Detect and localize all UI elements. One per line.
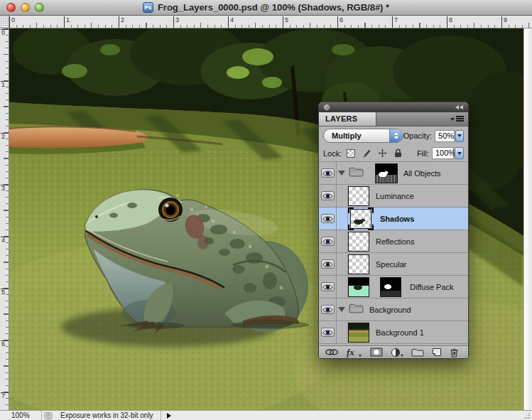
fill-dropdown-button[interactable] (455, 147, 464, 159)
svg-text:fx: fx (347, 348, 354, 357)
layer-row-diffuse-pack[interactable]: Diffuse Pack (319, 276, 468, 298)
lock-all-icon[interactable] (393, 149, 403, 158)
eye-icon (322, 303, 333, 316)
eye-icon (322, 167, 333, 180)
photoshop-window: Ps Frog_Layers_0000.psd @ 100% (Shadows,… (0, 0, 532, 420)
ruler-number: 2 (1, 134, 5, 140)
layer-name: Background (369, 306, 411, 314)
eye-icon (322, 326, 333, 339)
layer-style-fx-icon[interactable]: fx (347, 348, 362, 357)
status-info-icon (42, 411, 55, 420)
ruler-number: 4 (1, 237, 5, 244)
ruler-number: 5 (1, 289, 5, 296)
window-resize-grip[interactable] (523, 411, 531, 419)
layer-name: Reflections (376, 237, 414, 246)
folder-icon (349, 166, 364, 180)
collapse-to-icons-button[interactable] (455, 105, 463, 109)
layer-row-luminance[interactable]: Luminance (319, 185, 468, 208)
layer-name: Shadows (380, 215, 414, 223)
ruler-number: 6 (1, 341, 5, 348)
visibility-toggle[interactable] (321, 259, 335, 269)
horizontal-ruler[interactable]: 0123456789 (9, 16, 532, 28)
visibility-toggle[interactable] (321, 168, 335, 178)
panel-close-dot[interactable] (324, 104, 330, 110)
layer-name: Diffuse Pack (410, 283, 454, 291)
layer-row-shadows[interactable]: Shadows (319, 208, 468, 230)
ruler-number: 0 (11, 17, 15, 23)
status-message: Exposure works in 32-bit only (55, 411, 161, 419)
ruler-number: 9 (504, 17, 507, 23)
opacity-label: Opacity: (403, 131, 435, 140)
fill-label: Fill: (417, 149, 432, 158)
eye-icon (322, 235, 333, 248)
visibility-toggle[interactable] (321, 282, 335, 291)
selected-thumbnail-brackets (348, 208, 374, 230)
layer-row-reflections[interactable]: Reflections (319, 230, 468, 253)
ruler-origin-box[interactable] (0, 16, 9, 28)
delete-layer-icon[interactable] (450, 348, 459, 357)
layer-thumbnail-photo[interactable] (348, 323, 369, 343)
folder-icon (349, 303, 364, 316)
status-menu-arrow-icon[interactable] (167, 413, 171, 419)
window-titlebar[interactable]: Ps Frog_Layers_0000.psd @ 100% (Shadows,… (0, 0, 532, 16)
vertical-ruler[interactable]: 01234567 (0, 28, 9, 410)
blend-mode-select[interactable]: Multiply (323, 129, 403, 143)
opacity-dropdown-button[interactable] (455, 130, 464, 142)
new-layer-icon[interactable] (432, 348, 442, 357)
link-icon[interactable] (325, 348, 339, 357)
ruler-number: 7 (394, 17, 398, 23)
vertical-scrollbar[interactable] (523, 28, 532, 410)
visibility-toggle[interactable] (321, 237, 335, 246)
layer-thumbnail-mask-frog2[interactable] (380, 277, 401, 297)
adjustment-layer-icon[interactable] (391, 348, 403, 357)
layer-thumbnail-checker[interactable] (348, 186, 369, 206)
layer-name: Background 1 (376, 328, 424, 337)
ruler-number: 5 (285, 17, 288, 23)
layer-row-background[interactable]: Background (319, 298, 468, 321)
status-bar: 100% Exposure works in 32-bit only (0, 410, 532, 420)
panel-bottom-icons: fx (319, 345, 468, 358)
layer-mask-icon[interactable] (370, 348, 383, 357)
disclosure-triangle[interactable] (338, 171, 345, 176)
disclosure-triangle[interactable] (338, 307, 345, 312)
close-button[interactable] (6, 3, 16, 12)
layer-row-background-1[interactable]: Background 1 (319, 321, 468, 344)
lock-pixels-icon[interactable] (362, 149, 371, 158)
zoom-level-field[interactable]: 100% (0, 411, 41, 419)
blend-mode-stepper-icon[interactable] (389, 129, 403, 142)
layer-name: All Objects (403, 169, 441, 178)
layer-thumbnail-diffuse[interactable] (348, 277, 369, 297)
panel-header[interactable] (319, 102, 468, 112)
ruler-number: 1 (1, 82, 5, 88)
layer-row-all-objects[interactable]: All Objects (319, 162, 468, 185)
lock-icons (346, 149, 403, 158)
ruler-number: 8 (449, 17, 452, 23)
panel-menu-icon[interactable] (450, 116, 464, 122)
ruler-number: 0 (1, 30, 5, 36)
visibility-toggle[interactable] (321, 191, 335, 200)
lock-transparency-icon[interactable] (346, 149, 356, 158)
ruler-number: 7 (1, 393, 5, 399)
panel-tab-bar: LAYERS (319, 112, 468, 126)
eye-icon (322, 258, 333, 271)
visibility-toggle[interactable] (321, 328, 335, 337)
visibility-toggle[interactable] (321, 305, 335, 314)
new-group-icon[interactable] (411, 348, 424, 357)
minimize-button[interactable] (21, 3, 30, 12)
layer-thumbnail-checker[interactable] (348, 254, 369, 274)
layer-thumbnail-checker[interactable] (348, 232, 369, 252)
ruler-number: 1 (66, 17, 70, 23)
visibility-toggle[interactable] (321, 214, 335, 223)
lock-position-icon[interactable] (377, 149, 387, 158)
layer-row-specular[interactable]: Specular (319, 253, 468, 276)
opacity-field[interactable]: 50% (435, 130, 455, 142)
zoom-button[interactable] (35, 3, 44, 12)
layer-thumbnail-mask-frog[interactable] (375, 163, 398, 183)
layers-list: All ObjectsLuminanceShadowsReflectionsSp… (319, 162, 468, 347)
fill-field[interactable]: 100% (432, 147, 454, 159)
eye-icon (322, 281, 333, 294)
layer-name: Specular (376, 260, 406, 269)
layer-thumbnail-checker-shadow[interactable] (350, 209, 371, 229)
tab-layers[interactable]: LAYERS (319, 112, 376, 126)
ruler-number: 2 (121, 17, 124, 23)
